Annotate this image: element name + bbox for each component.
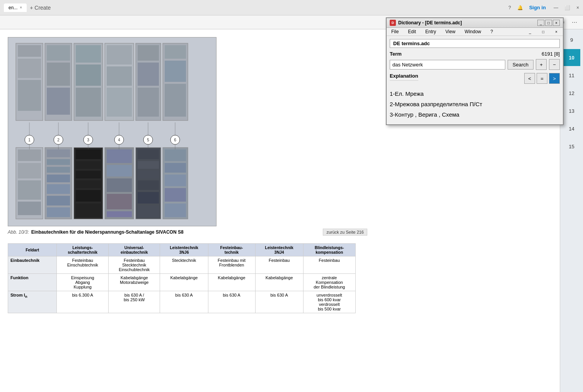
table-row: Strom In bis 6.300 A bis 630 A /bis 250 … — [8, 291, 356, 313]
cell-strom-3nj6: bis 630 A — [160, 291, 208, 313]
svg-rect-6 — [47, 45, 70, 61]
more-icon[interactable]: ⋯ — [570, 18, 579, 27]
svg-rect-67 — [138, 180, 159, 190]
svg-rect-16 — [107, 88, 132, 117]
dict-db-label: DE termins.adc — [390, 39, 560, 48]
explanation-line-1: 1-Ел. Мрежа — [390, 88, 560, 99]
svg-rect-47 — [47, 184, 70, 194]
svg-rect-74 — [165, 188, 186, 202]
page-num-9[interactable]: 9 — [563, 31, 580, 48]
dict-menu-edit[interactable]: Edit — [406, 29, 418, 35]
svg-rect-62 — [107, 211, 132, 217]
svg-rect-24 — [165, 84, 186, 117]
page-num-13[interactable]: 13 — [563, 102, 580, 119]
svg-rect-19 — [138, 63, 159, 86]
dict-menu-file[interactable]: File — [390, 29, 400, 35]
maximize-btn[interactable]: ⬜ — [564, 5, 570, 10]
caption-text: Einbautechniken für die Niederspannungs-… — [31, 229, 184, 235]
cell-strom-leistungs: bis 6.300 A — [57, 291, 109, 313]
svg-rect-58 — [107, 149, 132, 163]
browser-tab[interactable]: en... × — [4, 3, 27, 12]
svg-text:6: 6 — [174, 138, 176, 142]
dict-inner-close[interactable]: × — [553, 29, 560, 35]
svg-rect-65 — [138, 161, 159, 169]
svg-text:5: 5 — [147, 138, 149, 142]
explanation-line-2: 2-Мрежова разпределителна П/Ст — [390, 99, 560, 109]
dictionary-window: D Dictionary - [DE termins.adc] _ □ × Fi… — [386, 17, 564, 125]
cell-strom-universal: bis 630 A /bis 250 kW — [108, 291, 160, 313]
svg-rect-10 — [76, 45, 101, 63]
svg-rect-48 — [47, 196, 70, 205]
col-header-festeinbau: Festeinbau-technik — [208, 244, 255, 256]
row-label-einbautechnik: Einbautechnik — [8, 256, 57, 274]
dict-nav-eq[interactable]: = — [537, 73, 547, 84]
cell-einbau-universal: FesteinbauStecktechnikEinschubtechnik — [108, 256, 160, 274]
page-num-11[interactable]: 11 — [563, 67, 580, 84]
dict-explanation-content: 1-Ел. Мрежа 2-Мрежова разпределителна П/… — [390, 87, 560, 121]
dict-search-input[interactable] — [390, 60, 505, 70]
tab-close-btn[interactable]: × — [20, 5, 22, 10]
tab-title: en... — [9, 5, 17, 10]
dict-menu-window[interactable]: Window — [463, 29, 483, 35]
svg-text:3: 3 — [87, 138, 89, 142]
dict-nav-minus[interactable]: − — [549, 59, 560, 70]
dict-nav-lt[interactable]: < — [524, 73, 535, 84]
svg-rect-23 — [165, 61, 186, 82]
svg-rect-44 — [47, 159, 70, 165]
svg-rect-68 — [138, 192, 159, 204]
cell-strom-blind: unverdrosseltbis 600 kvarverdrosseltbis … — [303, 291, 355, 313]
dict-nav-plus[interactable]: + — [536, 59, 547, 70]
dict-search-button[interactable]: Search — [508, 60, 534, 70]
dict-inner-max[interactable]: □ — [540, 29, 547, 35]
cell-strom-3nj4: bis 630 A — [255, 291, 303, 313]
svg-rect-71 — [165, 149, 186, 161]
col-header-feldart: Feldart — [8, 244, 57, 256]
dict-menu-entry[interactable]: Entry — [424, 29, 438, 35]
sign-in-button[interactable]: Sign in — [529, 5, 546, 10]
svg-rect-41 — [18, 202, 41, 215]
cell-funk-3nj4: Kabelabgänge — [255, 274, 303, 291]
minimize-btn[interactable]: — — [554, 5, 558, 10]
page-num-15[interactable]: 15 — [563, 138, 580, 155]
dict-term-label: Term — [390, 51, 402, 57]
dict-menu-view[interactable]: View — [444, 29, 457, 35]
new-tab-button[interactable]: + Create — [30, 5, 51, 11]
notification-icon: 🔔 — [517, 5, 523, 10]
page-num-12[interactable]: 12 — [563, 85, 580, 102]
svg-rect-60 — [107, 178, 132, 192]
dict-title: D Dictionary - [DE termins.adc] — [390, 20, 462, 26]
svg-rect-45 — [47, 167, 70, 173]
dict-search-row: Search + − — [390, 59, 560, 70]
back-to-page-btn[interactable]: zurück zu Seite 216 — [323, 229, 367, 236]
dict-nav-gt[interactable]: > — [549, 73, 560, 84]
svg-text:1: 1 — [28, 138, 31, 142]
dict-body: DE termins.adc Term 6191 [8] Search + − … — [387, 36, 563, 124]
svg-rect-46 — [47, 175, 70, 182]
cell-einbau-leistungs: FesteinbauEinschubtechnik — [57, 256, 109, 274]
cell-funk-festeinbau: Kabelabgänge — [208, 274, 255, 291]
dict-window-controls: _ □ × — [537, 20, 560, 26]
col-header-leistentechnik-3nj4: Leistentechnik3NJ4 — [255, 244, 303, 256]
dict-maximize-btn[interactable]: □ — [545, 20, 552, 26]
svg-rect-52 — [76, 161, 101, 169]
dict-menu-help[interactable]: ? — [489, 29, 495, 35]
dict-close-btn[interactable]: × — [553, 20, 560, 26]
dict-inner-min[interactable]: _ — [527, 29, 534, 35]
cell-strom-festeinbau: bis 630 A — [208, 291, 255, 313]
svg-rect-56 — [76, 204, 101, 217]
svg-rect-55 — [76, 190, 101, 202]
page-num-10[interactable]: 10 — [563, 49, 580, 66]
dict-app-icon: D — [390, 20, 396, 26]
svg-rect-2 — [18, 45, 41, 57]
page-num-14[interactable]: 14 — [563, 120, 580, 137]
close-btn[interactable]: × — [576, 5, 579, 10]
dict-minimize-btn[interactable]: _ — [537, 20, 544, 26]
svg-text:2: 2 — [57, 138, 60, 142]
svg-rect-15 — [107, 66, 132, 86]
row-label-strom: Strom In — [8, 291, 57, 313]
dict-term-row: Term 6191 [8] — [390, 51, 560, 57]
dict-explanation-row: Explanation < = > — [390, 73, 560, 84]
svg-rect-43 — [47, 149, 70, 157]
data-table: Feldart Leistungs-schaltertechnik Univer… — [8, 243, 356, 313]
svg-rect-11 — [76, 64, 101, 86]
